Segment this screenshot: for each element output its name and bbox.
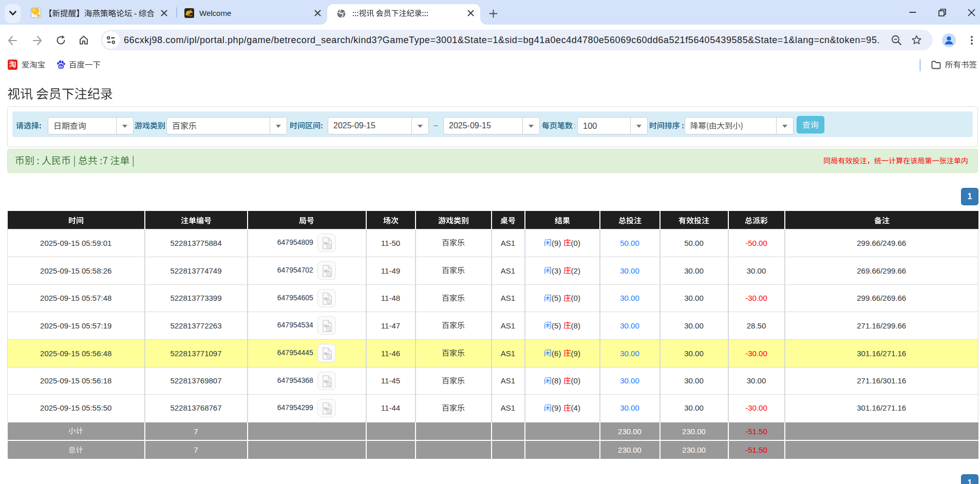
svg-text:du: du: [59, 65, 63, 68]
